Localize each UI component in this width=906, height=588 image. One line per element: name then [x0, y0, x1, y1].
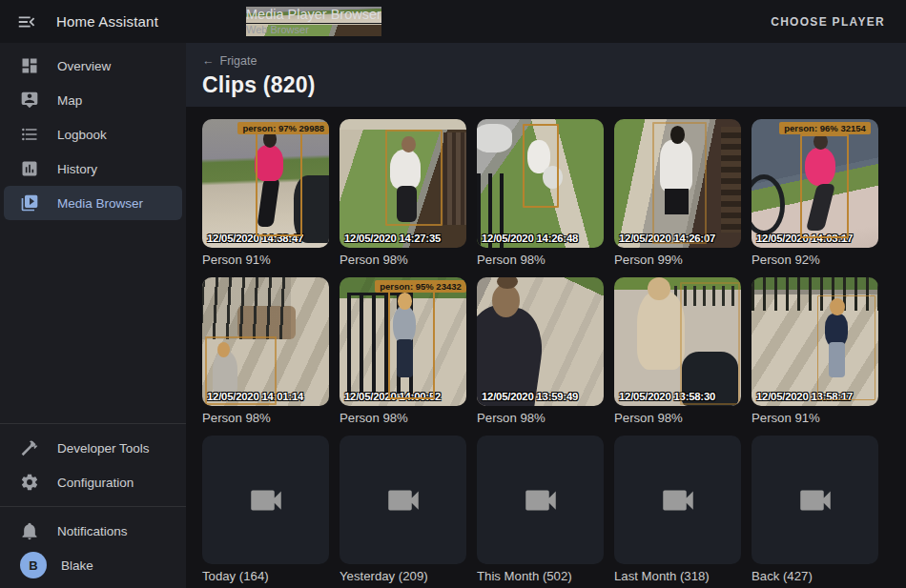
- clip-card[interactable]: 12/05/2020 14:26:07 Person 99%: [614, 119, 741, 268]
- sidebar-item-configuration[interactable]: Configuration: [4, 465, 182, 499]
- detection-bbox: [652, 122, 707, 244]
- detection-bbox: [388, 291, 435, 400]
- clip-thumbnail: 12/05/2020 14:27:35: [340, 119, 466, 248]
- sidebar-item-logbook[interactable]: Logbook: [4, 117, 182, 152]
- app-toolbar: Home Assistant Media Player Browser Web …: [0, 0, 906, 43]
- clip-caption: Person 98%: [340, 253, 466, 268]
- folder-card-last-month[interactable]: Last Month (318): [614, 436, 741, 584]
- sidebar-item-notifications[interactable]: Notifications: [4, 514, 182, 548]
- clip-card[interactable]: 12/05/2020 13:59:49 Person 98%: [477, 277, 604, 426]
- folder-label: Back (427): [752, 569, 878, 584]
- folder-label: Yesterday (209): [340, 569, 466, 584]
- clip-thumbnail: person: 97% 29988 12/05/2020 14:38:47: [202, 119, 329, 248]
- photo-region: [721, 127, 741, 233]
- clip-thumbnail: 12/05/2020 14:26:48: [477, 119, 604, 248]
- sidebar-item-developer-tools[interactable]: Developer Tools: [4, 431, 182, 465]
- photo-region: [637, 291, 686, 371]
- profile-name: Blake: [61, 558, 93, 573]
- folder-thumbnail: [340, 436, 466, 564]
- sidebar-bottom: Developer Tools Configuration Notificati…: [0, 416, 186, 582]
- play-box-multiple-icon: [20, 193, 39, 213]
- clip-thumbnail: 12/05/2020 13:58:17: [752, 277, 878, 406]
- photo-region: [648, 277, 670, 300]
- clip-caption: Person 98%: [340, 411, 466, 426]
- folder-label: This Month (502): [477, 569, 604, 584]
- folder-card-this-month[interactable]: This Month (502): [477, 436, 604, 584]
- clip-card[interactable]: 12/05/2020 14:26:48 Person 98%: [477, 119, 604, 268]
- detection-label: person: 97% 29988: [237, 122, 329, 134]
- sidebar-item-profile[interactable]: B Blake: [4, 548, 182, 582]
- clip-thumbnail: 12/05/2020 13:59:49: [477, 277, 604, 406]
- photo-region: [752, 174, 785, 235]
- folder-card-back[interactable]: Back (427): [752, 436, 878, 584]
- folder-card-yesterday[interactable]: Yesterday (209): [340, 436, 466, 584]
- sidebar-item-map[interactable]: Map: [4, 83, 182, 117]
- photo-region: [477, 124, 512, 152]
- video-icon: [246, 480, 286, 520]
- sidebar-item-label: Configuration: [57, 476, 134, 490]
- clip-caption: Person 99%: [614, 253, 741, 268]
- detection-bbox: [523, 124, 560, 208]
- photo-region: [202, 277, 291, 339]
- detection-bbox: [385, 130, 443, 226]
- bell-icon: [20, 521, 39, 540]
- app-root: Home Assistant Media Player Browser Web …: [0, 0, 906, 588]
- folder-label: Today (164): [202, 569, 329, 584]
- detection-bbox: [817, 295, 875, 400]
- clip-caption: Person 98%: [202, 411, 329, 426]
- clip-timestamp: 12/05/2020 14:27:35: [344, 233, 441, 244]
- folder-card-today[interactable]: Today (164): [202, 436, 329, 584]
- clip-timestamp: 12/05/2020 14:26:48: [482, 233, 578, 244]
- page-header-title: Media Player Browser Web Browser: [246, 7, 381, 35]
- sidebar-item-overview[interactable]: Overview: [4, 49, 182, 83]
- sidebar: Overview Map Logbook History Media Brows…: [0, 43, 186, 588]
- page-title: Clips (820): [202, 72, 906, 98]
- clip-card[interactable]: person: 97% 29988 12/05/2020 14:38:47 Pe…: [202, 119, 329, 268]
- clip-caption: Person 91%: [752, 411, 878, 426]
- content-header: ← Frigate Clips (820): [186, 43, 906, 107]
- choose-player-button[interactable]: CHOOSE PLAYER: [765, 14, 891, 30]
- format-list-bulleted-icon: [20, 125, 39, 144]
- sidebar-header: Home Assistant: [0, 11, 186, 32]
- clip-card[interactable]: person: 96% 32154 12/05/2020 14:03:17 Pe…: [752, 119, 878, 268]
- video-icon: [521, 480, 561, 520]
- clip-card[interactable]: 12/05/2020 13:58:17 Person 91%: [752, 277, 878, 426]
- folder-thumbnail: [752, 436, 878, 564]
- clip-caption: Person 98%: [477, 411, 604, 426]
- detection-bbox: [680, 282, 740, 404]
- sidebar-item-label: History: [57, 162, 97, 176]
- sidebar-item-label: Media Browser: [57, 196, 143, 211]
- clip-card[interactable]: person: 95% 23432 12/05/2020 14:00:52 Pe…: [340, 277, 466, 426]
- clip-caption: Person 92%: [752, 253, 878, 268]
- clip-card[interactable]: 12/05/2020 13:58:30 Person 98%: [614, 277, 741, 426]
- detection-bbox: [800, 134, 850, 238]
- sidebar-item-history[interactable]: History: [4, 152, 182, 186]
- clip-thumbnail: person: 96% 32154 12/05/2020 14:03:17: [752, 119, 878, 248]
- clip-caption: Person 98%: [477, 253, 604, 268]
- clip-thumbnail: person: 95% 23432 12/05/2020 14:00:52: [340, 277, 466, 406]
- clips-grid: person: 97% 29988 12/05/2020 14:38:47 Pe…: [186, 107, 906, 588]
- clip-card[interactable]: 12/05/2020 14:01:14 Person 98%: [202, 277, 329, 426]
- breadcrumb-back-frigate[interactable]: ← Frigate: [202, 43, 257, 68]
- photo-region: [492, 284, 520, 317]
- cog-icon: [20, 473, 39, 492]
- detection-bbox: [256, 127, 302, 236]
- back-arrow-icon: ←: [202, 54, 215, 68]
- clip-thumbnail: 12/05/2020 13:58:30: [614, 277, 741, 406]
- app-title: Home Assistant: [56, 13, 158, 30]
- hammer-icon: [20, 438, 39, 457]
- chart-box-icon: [20, 159, 39, 178]
- sidebar-item-label: Overview: [57, 59, 111, 73]
- video-icon: [658, 480, 698, 520]
- clip-thumbnail: 12/05/2020 14:01:14: [202, 277, 329, 406]
- menu-open-icon[interactable]: [16, 11, 37, 32]
- sidebar-item-label: Logbook: [57, 128, 107, 142]
- clip-timestamp: 12/05/2020 13:59:49: [482, 391, 578, 402]
- sidebar-item-label: Map: [57, 93, 82, 108]
- sidebar-item-media-browser[interactable]: Media Browser: [4, 186, 182, 220]
- detection-label: person: 96% 32154: [779, 122, 871, 134]
- detection-bbox: [205, 336, 278, 405]
- clip-card[interactable]: 12/05/2020 14:27:35 Person 98%: [340, 119, 466, 268]
- tooltip-account-icon: [20, 91, 39, 110]
- sidebar-divider: [0, 506, 186, 507]
